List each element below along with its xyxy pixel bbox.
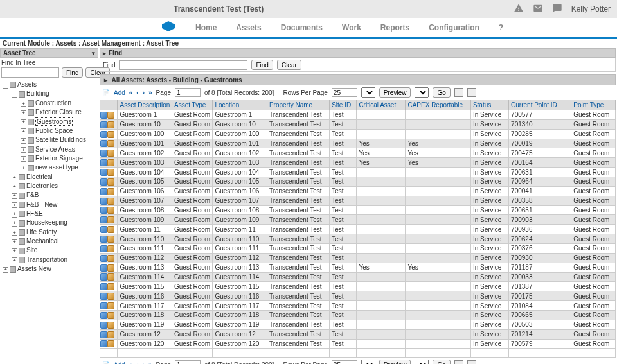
view-icon[interactable] — [100, 121, 107, 128]
tree-toggle-icon[interactable]: + — [12, 230, 17, 236]
view-icon[interactable] — [100, 273, 107, 281]
col-asset-type[interactable]: Asset Type — [172, 100, 213, 110]
prev-page-icon[interactable]: ‹ — [136, 361, 138, 364]
tree-node-assets-new[interactable]: Assets New — [17, 266, 51, 273]
tree-toggle-icon[interactable]: + — [3, 267, 8, 273]
col-point-type[interactable]: Point Type — [571, 100, 616, 110]
edit-icon[interactable] — [107, 188, 114, 195]
edit-icon[interactable] — [107, 273, 114, 281]
rows-input[interactable] — [332, 88, 357, 97]
find-input[interactable] — [119, 60, 247, 70]
go-button[interactable]: Go — [433, 360, 450, 364]
tree-node-assets[interactable]: Assets — [17, 81, 37, 88]
edit-icon[interactable] — [107, 226, 114, 233]
col-current-point-id[interactable]: Current Point ID — [509, 100, 571, 110]
nav-assets[interactable]: Assets — [236, 23, 261, 32]
view-icon[interactable] — [100, 112, 107, 119]
find-button[interactable]: Find — [251, 60, 273, 70]
tree-node-housekeeping[interactable]: Housekeeping — [26, 220, 67, 227]
edit-icon[interactable] — [107, 131, 114, 138]
tree-node-exterior-closure[interactable]: Exterior Closure — [35, 108, 82, 116]
nav-work[interactable]: Work — [342, 23, 361, 32]
tree-toggle-icon[interactable]: + — [12, 184, 17, 189]
edit-icon[interactable] — [107, 245, 114, 252]
tree-node-guestrooms[interactable]: Guestrooms — [35, 117, 73, 126]
tree-toggle-icon[interactable]: + — [21, 110, 26, 116]
edit-icon[interactable] — [107, 264, 114, 272]
tree-node-electronics[interactable]: Electronics — [26, 182, 58, 189]
section-caret-icon[interactable]: ▸ — [104, 76, 107, 83]
tree-toggle-icon[interactable]: + — [21, 119, 26, 125]
edit-icon[interactable] — [107, 293, 114, 300]
next-page-icon[interactable]: › — [143, 89, 145, 96]
tree-toggle-icon[interactable]: + — [12, 239, 17, 245]
tree-node-satellite-buildings[interactable]: Satellite Buildings — [35, 137, 86, 144]
view-icon[interactable] — [100, 150, 107, 157]
edit-icon[interactable] — [107, 322, 114, 329]
tree-toggle-icon[interactable]: + — [21, 101, 26, 107]
preview-select[interactable] — [415, 87, 429, 98]
tree-toggle-icon[interactable]: − — [3, 83, 8, 89]
col-location[interactable]: Location — [213, 100, 267, 110]
edit-icon[interactable] — [107, 150, 114, 157]
edit-icon[interactable] — [107, 331, 114, 338]
view-icon[interactable] — [100, 226, 107, 233]
tree-toggle-icon[interactable]: + — [21, 147, 26, 153]
view-icon[interactable] — [100, 188, 107, 195]
find-in-tree-input[interactable] — [1, 67, 59, 78]
tree-toggle-icon[interactable]: + — [12, 193, 17, 199]
go-button[interactable]: Go — [433, 87, 450, 98]
export-icon[interactable] — [454, 360, 463, 364]
view-icon[interactable] — [100, 312, 107, 319]
tree-node-service-areas[interactable]: Service Areas — [35, 146, 75, 153]
nav-home[interactable]: Home — [195, 23, 217, 32]
tree-node-mechanical[interactable]: Mechanical — [26, 238, 59, 245]
col-property-name[interactable]: Property Name — [267, 100, 329, 110]
edit-icon[interactable] — [107, 283, 114, 290]
view-icon[interactable] — [100, 264, 107, 272]
col-asset-description[interactable]: Asset Description — [118, 100, 172, 110]
tree-toggle-icon[interactable]: + — [12, 248, 17, 254]
rows-input[interactable] — [332, 360, 357, 364]
tree-node-construction[interactable]: Construction — [35, 100, 71, 107]
tree-node-life-safety[interactable]: Life Safety — [26, 229, 57, 236]
view-icon[interactable] — [100, 322, 107, 329]
col-status[interactable]: Status — [470, 100, 508, 110]
col-capex-reportable[interactable]: CAPEX Reportable — [406, 100, 470, 110]
nav-reports[interactable]: Reports — [380, 23, 409, 32]
edit-icon[interactable] — [107, 302, 114, 309]
rows-select[interactable] — [361, 360, 375, 364]
user-name[interactable]: Kelly Potter — [571, 4, 611, 13]
view-icon[interactable] — [100, 340, 107, 347]
tree-node-transportation[interactable]: Transportation — [26, 256, 67, 263]
view-icon[interactable] — [100, 140, 107, 147]
view-icon[interactable] — [100, 207, 107, 214]
edit-icon[interactable] — [107, 312, 114, 319]
tree-toggle-icon[interactable]: + — [12, 212, 17, 218]
view-icon[interactable] — [100, 236, 107, 243]
view-icon[interactable] — [100, 302, 107, 309]
last-page-icon[interactable]: » — [148, 361, 152, 364]
view-icon[interactable] — [100, 159, 107, 166]
tree-toggle-icon[interactable]: + — [21, 156, 26, 162]
tree-node-electrical[interactable]: Electrical — [26, 173, 53, 180]
view-icon[interactable] — [100, 293, 107, 300]
tree-toggle-icon[interactable]: − — [12, 92, 17, 98]
nav-documents[interactable]: Documents — [281, 23, 323, 32]
preview-button[interactable]: Preview — [379, 360, 411, 364]
view-icon[interactable] — [100, 178, 107, 186]
page-input[interactable] — [175, 88, 201, 97]
find-in-tree-button[interactable]: Find — [62, 67, 83, 78]
tree-node-f-b-new[interactable]: F&B - New — [26, 201, 57, 208]
tree-node-exterior-signage[interactable]: Exterior Signage — [35, 155, 83, 162]
tree-toggle-icon[interactable]: + — [12, 221, 17, 227]
first-page-icon[interactable]: « — [129, 89, 133, 96]
tree-toggle-icon[interactable]: + — [21, 128, 26, 134]
tree-node-site[interactable]: Site — [26, 247, 37, 254]
view-icon[interactable] — [100, 216, 107, 223]
tree-toggle-icon[interactable]: + — [21, 138, 26, 144]
tree-node-new-asset-type[interactable]: new asset type — [35, 164, 78, 171]
first-page-icon[interactable]: « — [129, 361, 133, 364]
edit-icon[interactable] — [107, 255, 114, 262]
tree-toggle-icon[interactable]: + — [12, 257, 17, 263]
